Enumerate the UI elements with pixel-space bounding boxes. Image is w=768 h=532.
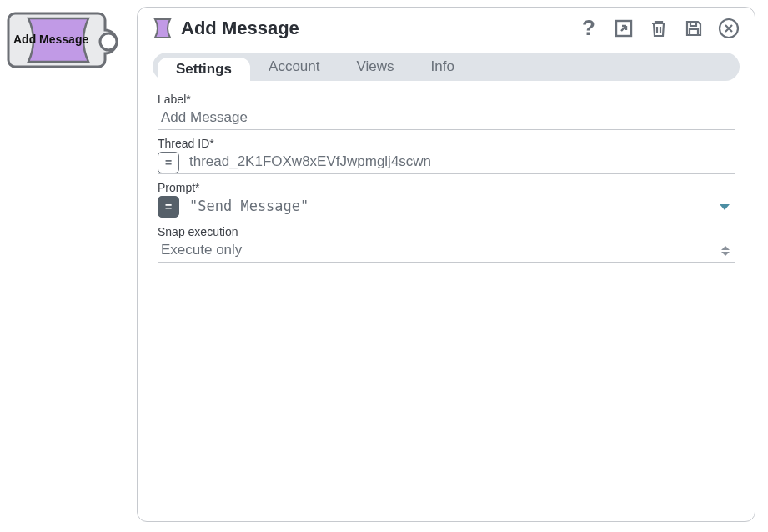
thread-id-input[interactable] xyxy=(186,152,735,173)
chevron-down-icon xyxy=(721,252,730,256)
field-thread-id-caption: Thread ID* xyxy=(158,137,735,150)
settings-form: Label* Thread ID* = Prompt* = xyxy=(138,81,755,263)
tab-info[interactable]: Info xyxy=(413,55,473,78)
prompt-input[interactable] xyxy=(186,196,713,218)
snap-config-panel: Add Message ? xyxy=(137,7,755,522)
field-label: Label* xyxy=(158,93,735,130)
snap-execution-select[interactable] xyxy=(158,240,715,262)
field-label-caption: Label* xyxy=(158,93,735,106)
chevron-up-icon xyxy=(721,246,730,250)
thread-id-expression-toggle[interactable]: = xyxy=(158,152,179,173)
trash-icon[interactable] xyxy=(648,18,670,39)
field-prompt-caption: Prompt* xyxy=(158,181,735,194)
label-input[interactable] xyxy=(158,108,735,129)
save-icon[interactable] xyxy=(683,18,705,39)
svg-point-0 xyxy=(100,33,117,50)
tab-bar: Settings Account Views Info xyxy=(153,53,740,81)
snap-type-icon xyxy=(153,18,173,39)
panel-header-actions: ? xyxy=(578,18,740,39)
field-thread-id: Thread ID* = xyxy=(158,137,735,174)
prompt-expression-toggle[interactable]: = xyxy=(158,196,179,218)
prompt-dropdown-icon[interactable] xyxy=(720,204,730,210)
help-icon[interactable]: ? xyxy=(578,18,600,39)
tab-views[interactable]: Views xyxy=(339,55,413,78)
panel-header: Add Message ? xyxy=(138,8,755,44)
field-snap-execution: Snap execution xyxy=(158,225,735,263)
export-icon[interactable] xyxy=(613,18,635,39)
snap-node-add-message[interactable]: Add Message xyxy=(5,10,122,70)
tab-account[interactable]: Account xyxy=(250,55,338,78)
svg-text:?: ? xyxy=(582,18,595,39)
close-icon[interactable] xyxy=(718,18,740,39)
snap-execution-stepper[interactable] xyxy=(721,240,730,262)
field-snap-execution-caption: Snap execution xyxy=(158,225,735,238)
tab-settings[interactable]: Settings xyxy=(158,58,250,81)
panel-title: Add Message xyxy=(181,18,578,39)
field-prompt: Prompt* = xyxy=(158,181,735,218)
